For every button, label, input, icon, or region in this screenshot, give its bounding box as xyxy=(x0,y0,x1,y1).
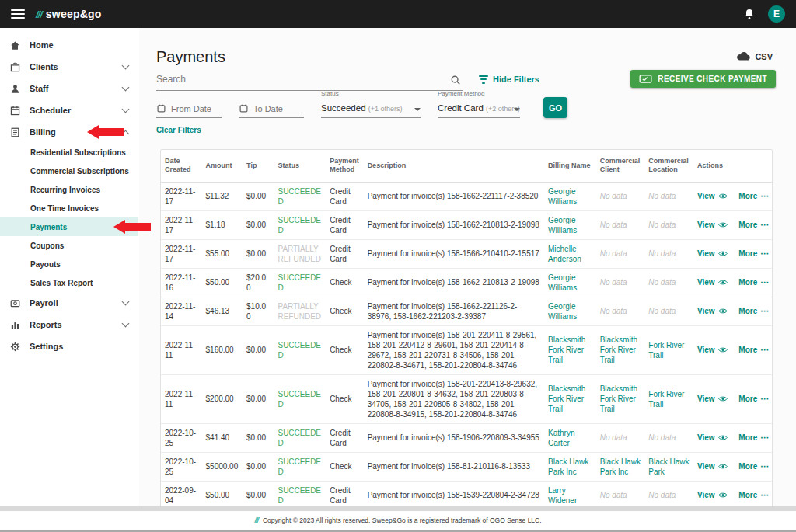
billing-name-link[interactable]: Georgie Williams xyxy=(548,187,577,206)
csv-export-button[interactable]: CSV xyxy=(736,51,773,61)
sidebar-item-settings[interactable]: Settings xyxy=(0,336,138,357)
cell-description: Payment for invoice(s) 158-1539-220804-2… xyxy=(364,481,544,509)
more-button[interactable]: More⋯ xyxy=(738,461,770,471)
billing-name-link[interactable]: Georgie Williams xyxy=(548,302,577,321)
chevron-down-icon xyxy=(122,298,130,306)
table-row[interactable]: 2022-11-17 $1.18 $0.00 SUCCEEDED Credit … xyxy=(161,210,772,239)
table-row[interactable]: 2022-11-17 $11.32 $0.00 SUCCEEDED Credit… xyxy=(161,182,772,210)
status-badge: SUCCEEDED xyxy=(278,341,321,360)
sidebar-item-one-time-invoices[interactable]: One Time Invoices xyxy=(0,199,138,217)
sidebar-item-residential-subscriptions[interactable]: Residential Subscriptions xyxy=(0,143,138,162)
view-button[interactable]: View xyxy=(697,249,728,259)
sidebar-item-recurring-invoices[interactable]: Recurring Invoices xyxy=(0,180,138,199)
search-icon[interactable] xyxy=(450,75,461,85)
billing-name-link[interactable]: Larry Widener xyxy=(548,486,577,505)
table-row[interactable]: 2022-11-11 $160.00 $0.00 SUCCEEDED Check… xyxy=(161,325,772,374)
view-button[interactable]: View xyxy=(697,220,728,230)
more-button[interactable]: More⋯ xyxy=(738,489,770,500)
view-button[interactable]: View xyxy=(697,306,728,316)
sidebar-item-home[interactable]: Home xyxy=(0,34,138,56)
notifications-bell-icon[interactable] xyxy=(743,8,756,20)
table-row[interactable]: 2022-10-25 $41.40 $0.00 SUCCEEDED Credit… xyxy=(161,423,772,452)
sidebar-item-scheduler[interactable]: Scheduler xyxy=(0,99,138,121)
cell-tip: $20.00 xyxy=(243,268,274,297)
table-row[interactable]: 2022-11-16 $50.00 $20.00 SUCCEEDED Check… xyxy=(161,268,772,297)
table-row[interactable]: 2022-11-11 $200.00 $0.00 SUCCEEDED Check… xyxy=(161,374,772,423)
sidebar-item-payments[interactable]: Payments xyxy=(0,217,138,236)
cell-commercial-location: No data xyxy=(648,307,676,315)
billing-name-link[interactable]: Georgie Williams xyxy=(548,216,577,235)
brand-name: sweep&go xyxy=(46,8,102,20)
hide-filters-toggle[interactable]: Hide Filters xyxy=(479,75,539,84)
user-avatar[interactable]: E xyxy=(768,5,785,23)
cell-tip: $0.00 xyxy=(243,325,274,374)
view-button[interactable]: View xyxy=(697,433,728,443)
cell-tip: $0.00 xyxy=(243,374,274,423)
table-row[interactable]: 2022-11-14 $46.13 $10.00 PARTIALLY REFUN… xyxy=(161,297,772,325)
to-date-input[interactable]: To Date xyxy=(239,103,304,118)
table-row[interactable]: 2022-10-25 $5000.00 $0.00 SUCCEEDED Chec… xyxy=(161,452,772,481)
sidebar-item-commercial-subscriptions[interactable]: Commercial Subscriptions xyxy=(0,162,138,180)
cell-date-created: 2022-11-11 xyxy=(161,374,202,423)
view-button[interactable]: View xyxy=(697,461,728,471)
brand-logo[interactable]: /// sweep&go xyxy=(36,8,101,20)
billing-name-link[interactable]: Blacksmith Fork River Trail xyxy=(548,336,585,364)
payments-table-card: Date Created Amount Tip Status Payment M… xyxy=(160,149,773,532)
status-filter-select[interactable]: Status Succeeded (+1 others) xyxy=(321,92,421,118)
view-button[interactable]: View xyxy=(697,277,728,287)
payment-method-filter-select[interactable]: Payment Method Credit Card (+2 others) xyxy=(438,92,520,118)
sidebar-item-reports[interactable]: Reports xyxy=(0,314,138,336)
status-badge: SUCCEEDED xyxy=(278,457,321,476)
view-button[interactable]: View xyxy=(697,394,728,404)
more-button[interactable]: More⋯ xyxy=(738,393,770,404)
billing-name-link[interactable]: Michelle Anderson xyxy=(548,245,581,263)
cell-commercial-client: No data xyxy=(600,221,627,229)
billing-name-link[interactable]: Blacksmith Fork River Trail xyxy=(548,384,585,413)
more-button[interactable]: More⋯ xyxy=(738,432,770,443)
from-date-input[interactable]: From Date xyxy=(156,103,222,118)
cell-tip: $10.00 xyxy=(243,297,274,325)
receive-check-payment-button[interactable]: RECEIVE CHECK PAYMENT xyxy=(630,70,776,88)
view-button[interactable]: View xyxy=(697,191,728,201)
sidebar-item-staff[interactable]: Staff xyxy=(0,78,138,99)
chevron-up-icon xyxy=(122,130,130,137)
cell-payment-method: Credit Card xyxy=(326,182,363,210)
more-button[interactable]: More⋯ xyxy=(738,276,770,287)
cell-payment-method: Credit Card xyxy=(326,210,363,239)
more-button[interactable]: More⋯ xyxy=(738,305,770,316)
cell-commercial-location: No data xyxy=(648,278,676,287)
menu-icon[interactable] xyxy=(11,9,25,19)
view-button[interactable]: View xyxy=(697,490,728,500)
more-button[interactable]: More⋯ xyxy=(738,219,770,230)
cell-description: Payment for invoice(s) 158-201-220411-8-… xyxy=(364,325,544,374)
billing-name-link[interactable]: Black Hawk Park Inc xyxy=(548,457,588,476)
more-dots-icon: ⋯ xyxy=(760,393,770,404)
go-button[interactable]: GO xyxy=(543,97,567,118)
more-button[interactable]: More⋯ xyxy=(738,248,770,259)
clear-filters-link[interactable]: Clear Filters xyxy=(156,126,201,134)
cell-amount: $1.18 xyxy=(202,210,243,239)
more-button[interactable]: More⋯ xyxy=(738,344,770,355)
col-billing-name: Billing Name xyxy=(544,150,596,182)
sidebar-item-sales-tax-report[interactable]: Sales Tax Report xyxy=(0,273,138,292)
billing-name-link[interactable]: Kathryn Carter xyxy=(548,429,574,447)
table-row[interactable]: 2022-11-17 $55.00 $0.00 PARTIALLY REFUND… xyxy=(161,239,772,268)
cell-tip: $0.00 xyxy=(243,239,274,268)
billing-name-link[interactable]: Georgie Williams xyxy=(548,273,577,292)
sidebar-item-payouts[interactable]: Payouts xyxy=(0,255,138,273)
sidebar-item-payroll[interactable]: Payroll xyxy=(0,292,138,314)
cell-description: Payment for invoice(s) 158-1662-210813-2… xyxy=(364,210,544,239)
sidebar-item-clients[interactable]: Clients xyxy=(0,56,138,78)
eye-icon xyxy=(718,463,728,470)
page-footer: /// Copyright © 2023 All rights reserved… xyxy=(0,506,796,532)
table-row[interactable]: 2022-09-04 $50.00 $0.00 SUCCEEDED Credit… xyxy=(161,481,772,509)
caret-down-icon xyxy=(414,108,421,111)
search-input[interactable] xyxy=(156,72,463,91)
calendar-icon xyxy=(239,103,249,113)
cell-commercial-client: Black Hawk Park Inc xyxy=(600,457,641,476)
filter-icon xyxy=(479,75,488,84)
sidebar-item-coupons[interactable]: Coupons xyxy=(0,236,138,255)
more-button[interactable]: More⋯ xyxy=(738,190,770,201)
sidebar-item-billing[interactable]: Billing xyxy=(0,121,138,143)
view-button[interactable]: View xyxy=(697,345,728,355)
